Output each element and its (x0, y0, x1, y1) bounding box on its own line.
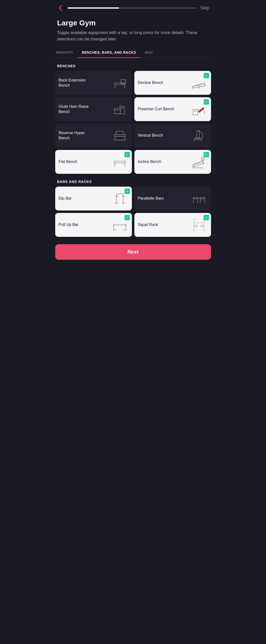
dip-bar-check: ✓ (125, 188, 130, 194)
preacher-curl-bench-card[interactable]: Preacher Curl Bench ✓ (134, 97, 211, 121)
parallette-bars-card[interactable]: Parallette Bars (134, 186, 211, 210)
svg-line-52 (120, 194, 123, 194)
tab-machines[interactable]: MAC (141, 47, 158, 58)
progress-bar (68, 8, 197, 8)
progress-fill (68, 8, 119, 8)
svg-line-51 (116, 194, 120, 194)
next-button[interactable]: Next (55, 244, 211, 260)
svg-line-21 (203, 109, 205, 114)
svg-line-33 (198, 130, 202, 133)
svg-line-8 (204, 83, 205, 86)
squat-rack-check: ✓ (204, 215, 209, 220)
title-section: Large Gym Toggle available equipment wit… (52, 14, 214, 45)
svg-line-26 (116, 131, 116, 134)
back-extension-bench-icon (111, 75, 128, 91)
glute-ham-bench-card[interactable]: Glute Ham Raise Bench (55, 97, 132, 121)
svg-line-19 (197, 111, 198, 115)
svg-line-2 (124, 85, 125, 88)
preacher-curl-bench-label: Preacher Curl Bench (138, 106, 175, 112)
bars-racks-grid: Dip Bar ✓ Parallette Bars (52, 186, 214, 237)
decline-bench-card[interactable]: Decline Bench ✓ (134, 71, 211, 95)
svg-line-18 (193, 111, 193, 115)
parallette-bars-label: Parallette Bars (138, 196, 164, 201)
reverse-hyper-bench-label: Reverse Hyper Bench (59, 130, 97, 141)
svg-rect-10 (114, 108, 121, 110)
parallette-bars-icon (190, 190, 208, 206)
reverse-hyper-bench-card[interactable]: Reverse Hyper Bench (55, 124, 132, 148)
preacher-curl-bench-check: ✓ (204, 99, 209, 105)
svg-rect-11 (120, 105, 125, 108)
svg-line-27 (123, 131, 124, 134)
glute-ham-bench-label: Glute Ham Raise Bench (59, 104, 97, 114)
svg-line-13 (120, 110, 120, 114)
svg-line-31 (194, 140, 195, 141)
svg-line-14 (124, 109, 125, 113)
incline-bench-label: Incline Bench (138, 159, 161, 164)
squat-rack-card[interactable]: Squat Rack ✓ (134, 213, 211, 237)
svg-line-7 (193, 86, 193, 88)
svg-rect-53 (193, 198, 198, 199)
svg-line-58 (204, 199, 205, 203)
svg-rect-39 (192, 162, 204, 167)
header: Skip (52, 0, 214, 14)
back-button[interactable] (57, 4, 64, 11)
pull-up-bar-check: ✓ (125, 215, 130, 220)
svg-line-23 (114, 136, 115, 140)
svg-rect-30 (194, 138, 201, 140)
svg-rect-56 (199, 198, 205, 199)
svg-line-57 (200, 199, 200, 203)
vertical-bench-label: Vertical Bench (138, 133, 163, 138)
svg-rect-16 (193, 109, 198, 111)
tab-weights[interactable]: WEIGHTS (52, 47, 78, 58)
svg-marker-17 (198, 107, 204, 113)
benches-grid: Back Extension Bench Decline Bench ✓ (52, 71, 214, 174)
incline-bench-check: ✓ (204, 152, 209, 157)
decline-bench-check: ✓ (204, 73, 209, 78)
svg-line-12 (114, 110, 115, 114)
back-extension-bench-label: Back Extension Bench (59, 78, 97, 88)
svg-line-1 (114, 85, 115, 88)
glute-ham-bench-icon (111, 101, 128, 117)
pull-up-bar-card[interactable]: Pull Up Bar ✓ (55, 213, 132, 237)
svg-rect-35 (114, 161, 126, 163)
decline-bench-label: Decline Bench (138, 80, 163, 86)
pull-up-bar-label: Pull Up Bar (59, 222, 79, 228)
svg-line-37 (124, 163, 125, 167)
page-description: Toggle available equipment with a tap, o… (57, 30, 209, 42)
skip-button[interactable]: Skip (200, 6, 209, 10)
reverse-hyper-bench-icon (111, 128, 128, 144)
incline-bench-card[interactable]: Incline Bench ✓ (134, 150, 211, 174)
dip-bar-card[interactable]: Dip Bar ✓ (55, 186, 132, 210)
svg-line-24 (124, 136, 125, 140)
svg-rect-22 (114, 134, 125, 136)
vertical-bench-card[interactable]: Vertical Bench (134, 124, 211, 148)
back-extension-bench-card[interactable]: Back Extension Bench (55, 71, 132, 95)
page-title: Large Gym (57, 19, 209, 27)
svg-rect-29 (196, 130, 199, 138)
svg-line-55 (197, 199, 198, 203)
benches-section-title: BENCHES (52, 58, 214, 71)
bars-racks-section-title: BARS AND RACKS (52, 174, 214, 186)
tabs-row: WEIGHTS BENCHES, BARS, AND RACKS MAC (52, 47, 214, 58)
dip-bar-label: Dip Bar (59, 196, 72, 201)
vertical-bench-icon (190, 128, 208, 144)
flat-bench-label: Flat Bench (59, 159, 77, 164)
svg-line-54 (193, 199, 194, 203)
tab-benches-bars-racks[interactable]: BENCHES, BARS, AND RACKS (77, 47, 140, 58)
svg-line-34 (202, 133, 203, 138)
squat-rack-label: Squat Rack (138, 222, 158, 228)
svg-line-36 (114, 163, 115, 167)
flat-bench-card[interactable]: Flat Bench ✓ (55, 150, 132, 174)
flat-bench-check: ✓ (125, 152, 130, 157)
svg-line-32 (201, 140, 202, 141)
